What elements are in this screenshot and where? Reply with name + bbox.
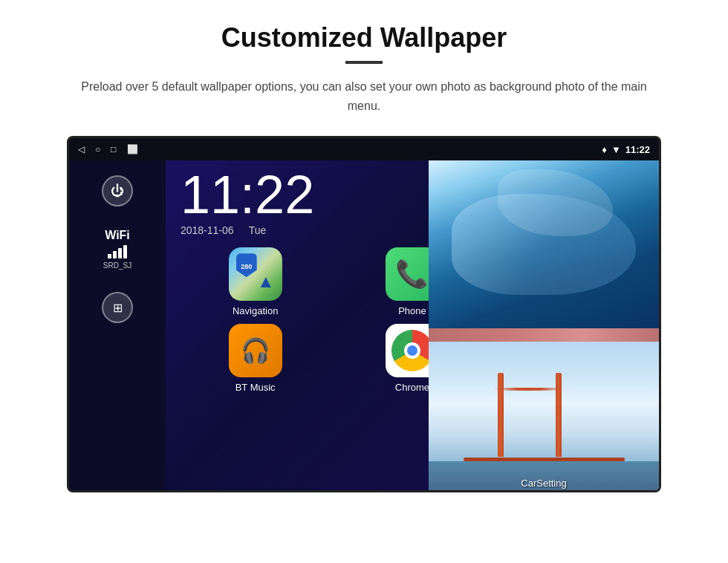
left-sidebar: ⏻ WiFi SRD_SJ <box>69 160 166 490</box>
nav-shield-badge: 280 <box>236 253 257 277</box>
recents-icon[interactable]: □ <box>111 144 116 154</box>
chrome-inner-circle <box>404 342 420 359</box>
main-content: ⏻ WiFi SRD_SJ <box>69 160 659 490</box>
wifi-bar-3 <box>118 248 122 258</box>
wifi-network-name: SRD_SJ <box>103 261 131 270</box>
title-divider <box>345 61 383 64</box>
page-description: Preload over 5 default wallpaper options… <box>74 77 654 115</box>
page-container: Customized Wallpaper Preload over 5 defa… <box>0 0 728 507</box>
home-icon[interactable]: ○ <box>95 144 100 154</box>
wallpaper-preview-bottom[interactable]: CarSetting <box>429 342 659 492</box>
wifi-widget: WiFi SRD_SJ <box>103 229 131 270</box>
apps-button[interactable]: ⊞ <box>102 292 133 323</box>
location-icon: ♦ <box>602 144 607 155</box>
wallpaper-preview-top[interactable] <box>429 160 659 328</box>
wifi-bar-1 <box>108 254 111 258</box>
wallpaper-previews: CarSetting <box>429 160 659 492</box>
nav-arrow-icon: ▲ <box>257 271 275 292</box>
day-display: Tue <box>249 224 267 236</box>
status-time: 11:22 <box>625 144 650 155</box>
app-item-bt-music[interactable]: 🎧 BT Music <box>181 324 330 393</box>
wallpaper-strip-divider <box>429 328 659 342</box>
device-frame: ◁ ○ □ ⬜ ♦ ▼ 11:22 ⏻ <box>67 136 661 492</box>
power-button[interactable]: ⏻ <box>102 175 133 206</box>
chrome-label: Chrome <box>395 382 429 393</box>
apps-grid-icon: ⊞ <box>113 301 123 315</box>
nav-map: 280 ▲ <box>229 247 282 301</box>
signal-icon: ▼ <box>611 144 621 155</box>
page-title: Customized Wallpaper <box>45 22 683 53</box>
bt-headphone-glyph: 🎧 <box>241 336 270 365</box>
date-display: 2018-11-06 <box>181 224 234 236</box>
power-icon: ⏻ <box>111 183 124 199</box>
status-bar: ◁ ○ □ ⬜ ♦ ▼ 11:22 <box>69 138 659 160</box>
back-icon[interactable]: ◁ <box>78 144 85 154</box>
wifi-bar-2 <box>113 251 117 258</box>
wifi-bar-4 <box>123 245 127 258</box>
bt-music-label: BT Music <box>235 382 276 393</box>
navigation-icon: 280 ▲ <box>229 247 282 301</box>
android-screen: ◁ ○ □ ⬜ ♦ ▼ 11:22 ⏻ <box>67 136 661 492</box>
wifi-label: WiFi <box>103 229 131 242</box>
navigation-label: Navigation <box>233 305 278 316</box>
bt-music-icon: 🎧 <box>229 324 282 377</box>
carsetting-label: CarSetting <box>429 478 659 489</box>
screenshot-icon[interactable]: ⬜ <box>127 144 138 154</box>
phone-glyph: 📞 <box>395 258 429 290</box>
chrome-circle <box>391 330 433 371</box>
status-nav-icons: ◁ ○ □ ⬜ <box>78 144 138 154</box>
status-system-icons: ♦ ▼ 11:22 <box>602 144 650 155</box>
wifi-signal-bars <box>103 245 131 258</box>
app-item-navigation[interactable]: 280 ▲ Navigation <box>181 247 330 316</box>
phone-label: Phone <box>398 305 426 316</box>
